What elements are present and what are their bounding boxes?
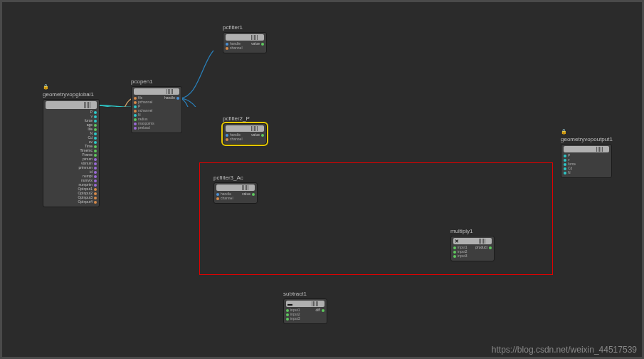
output-port[interactable]: value (242, 192, 255, 196)
node-header[interactable] (46, 101, 97, 109)
input-port[interactable]: input3 (286, 317, 300, 321)
node-label: pcopen1 (131, 78, 182, 85)
lock-icon: 🔒 (43, 84, 49, 90)
node-geomglobal[interactable]: PvforceagelifeNCduvTimeTimeIncFrameptnum… (43, 99, 100, 207)
node-header[interactable]: ✕ (453, 238, 492, 244)
node-label: pcfilter2_P (223, 115, 267, 122)
node-label: geometryvopglobal1 (43, 91, 100, 98)
node-type-icon: ✕ (455, 239, 459, 244)
node-type-icon: ▬ (287, 301, 292, 306)
node-pcfilter2[interactable]: handlechannelvalue (223, 123, 267, 145)
node-pcopen[interactable]: filepchannelPnchannelNradiusmaxpointspre… (131, 86, 182, 133)
node-label: pcfilter3_Ac (213, 175, 258, 181)
output-port[interactable]: age (78, 123, 97, 127)
node-header[interactable] (226, 125, 264, 132)
output-port[interactable]: OpInput4 (78, 200, 97, 204)
output-port[interactable]: N (78, 132, 97, 135)
node-header[interactable] (226, 34, 264, 41)
input-port[interactable]: channel (226, 137, 243, 141)
node-header[interactable] (216, 184, 255, 191)
output-port[interactable]: primnum (78, 166, 97, 170)
node-label: multiply1 (450, 228, 495, 234)
output-port[interactable]: Cd (78, 136, 97, 140)
node-label: geometryvopoutput1 (561, 136, 612, 142)
watermark: https://blog.csdn.net/weixin_44517539 (492, 345, 637, 355)
node-header[interactable] (134, 88, 179, 95)
node-pcfilter3[interactable]: handlechannelvalue (213, 182, 258, 204)
node-graph-canvas[interactable]: 🔒geometryvopglobal1PvforceagelifeNCduvTi… (0, 0, 644, 359)
output-port[interactable]: diff (315, 308, 324, 312)
output-port[interactable]: handle (164, 96, 179, 100)
node-subtract[interactable]: ▬input1input2input3diff (283, 298, 327, 324)
input-port[interactable]: input3 (453, 254, 468, 258)
input-port[interactable]: channel (216, 197, 233, 200)
node-header[interactable] (564, 146, 609, 152)
input-port[interactable]: channel (226, 46, 243, 50)
input-port[interactable]: N (564, 171, 576, 175)
node-header[interactable]: ▬ (286, 301, 324, 307)
output-port[interactable]: life (78, 128, 97, 131)
input-port[interactable]: preload (134, 126, 154, 130)
output-port[interactable]: value (251, 42, 264, 46)
output-port[interactable]: value (251, 133, 264, 137)
input-port[interactable]: nchannel (134, 109, 154, 113)
output-port[interactable]: product (475, 246, 492, 249)
lock-icon: 🔒 (561, 129, 567, 135)
input-port[interactable]: pchannel (134, 100, 154, 104)
output-port[interactable]: P (78, 110, 97, 114)
node-multiply[interactable]: ✕input1input2input3product (450, 236, 495, 261)
node-label: pcfilter1 (223, 24, 267, 31)
node-pcfilter1[interactable]: handlechannelvalue (223, 32, 267, 53)
node-geomoutput[interactable]: PvforceCdN (561, 144, 612, 178)
node-label: subtract1 (283, 291, 327, 297)
